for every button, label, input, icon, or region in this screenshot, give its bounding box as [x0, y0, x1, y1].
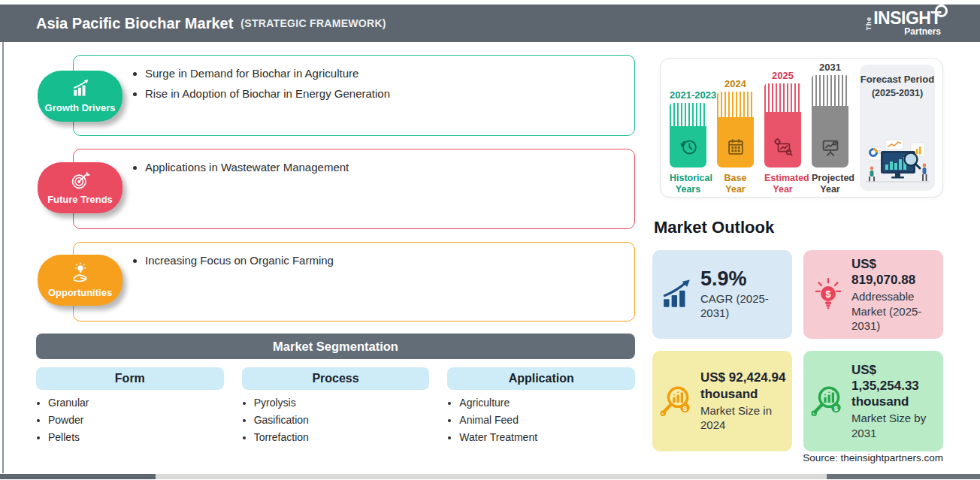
segmentation-title: Market Segmentation	[273, 340, 398, 354]
history-clock-icon	[677, 136, 700, 162]
projection-screen-icon	[819, 136, 842, 162]
form-list: Granular Powder Pellets	[36, 397, 224, 443]
metric-label: Market Size in 2024	[700, 403, 786, 433]
growth-drivers-box: Surge in Demand for Biochar in Agricultu…	[73, 55, 635, 136]
list-item: Animal Feed	[459, 414, 635, 426]
column-header: Process	[242, 367, 430, 390]
segmentation-column-application: Application Agriculture Animal Feed Wate…	[447, 367, 635, 448]
bottom-strip-segment	[156, 474, 827, 479]
base-year-bar	[717, 92, 754, 168]
list-item: Powder	[48, 414, 224, 426]
metric-label: CAGR (2025-2031)	[700, 291, 786, 321]
future-trends-box: Applications in Wastewater Management	[73, 149, 635, 229]
estimated-year-bar	[764, 83, 801, 168]
logo-insight-text: INSIGHT	[873, 10, 941, 27]
source-attribution: Source: theinsightpartners.com	[803, 452, 943, 463]
list-item: Surge in Demand for Biochar in Agricultu…	[145, 67, 634, 80]
year-label: 2025	[764, 70, 801, 81]
timeline-bar-historical: 2021-2023 Historical Years	[670, 62, 706, 195]
logo-the-text: The	[865, 17, 873, 30]
list-item: Granular	[48, 397, 224, 409]
list-item: Pyrolysis	[254, 397, 430, 409]
svg-text:$: $	[683, 404, 688, 412]
outlook-cards: 5.9% CAGR (2025-2031) $	[652, 250, 943, 451]
the-insight-partners-logo: The INSIGHT Partners	[865, 10, 941, 37]
header-bar: Asia Pacific Biochar Market (STRATEGIC F…	[0, 5, 980, 42]
timeline-bar-estimated: 2025 Estimated Year	[764, 62, 801, 195]
left-border-line	[2, 42, 4, 473]
opportunities-list: Increasing Focus on Organic Farming	[74, 243, 634, 267]
hand-bulb-icon	[70, 262, 91, 286]
bar-caption: Base Year	[717, 173, 754, 195]
bar-stripes	[764, 83, 801, 112]
application-list: Agriculture Animal Feed Water Treatment	[447, 397, 635, 443]
market-segmentation-header: Market Segmentation	[36, 334, 635, 359]
badge-label: Opportunities	[48, 287, 112, 298]
bottom-border-strip	[0, 474, 980, 479]
svg-text:$: $	[834, 404, 839, 412]
list-item: Water Treatment	[459, 431, 635, 443]
bar-stripes	[812, 75, 848, 106]
bottom-strip-segment	[827, 474, 980, 479]
forecast-title: Forecast Period	[860, 74, 935, 86]
addressable-market-card: $ US$ 819,070.88 Addressable Market (202…	[803, 250, 943, 339]
bar-stripes	[670, 103, 706, 126]
segmentation-columns: Form Granular Powder Pellets Process Pyr…	[36, 367, 635, 448]
list-item: Torrefaction	[254, 431, 430, 443]
growth-chart-icon	[70, 79, 91, 101]
timeline-bar-base: 2024	[717, 62, 754, 195]
magnifier-chart-dollar-icon: $	[657, 383, 697, 419]
future-trends-badge: Future Trends	[38, 162, 122, 213]
forecast-range: (2025-2031)	[860, 88, 935, 98]
metric-value: US$ 819,070.88	[851, 256, 937, 288]
projected-year-bar	[812, 75, 848, 168]
list-item: Agriculture	[459, 397, 635, 409]
estimation-dashboard-icon	[772, 136, 794, 162]
forecast-period-panel: Forecast Period (2025-2031)	[860, 65, 935, 191]
metric-value: US$ 92,424.94 thousand	[700, 370, 786, 402]
market-outlook-title: Market Outlook	[654, 218, 774, 237]
year-label: 2024	[717, 78, 754, 89]
target-dart-icon	[70, 171, 91, 193]
cagr-card: 5.9% CAGR (2025-2031)	[652, 250, 792, 339]
bar-caption: Estimated Year	[764, 173, 801, 195]
cagr-growth-chart-icon	[657, 279, 697, 310]
bar-caption: Projected Year	[812, 173, 848, 195]
market-size-2024-card: $ US$ 92,424.94 thousand Market Size in …	[652, 351, 792, 451]
opportunities-badge: Opportunities	[38, 255, 122, 306]
year-label: 2031	[812, 62, 848, 73]
research-timeline-card: 2021-2023 Historical Years 2024	[660, 58, 943, 198]
metric-label: Market Size by 2031	[851, 411, 937, 440]
segmentation-column-process: Process Pyrolysis Gasification Torrefact…	[242, 367, 430, 448]
growth-drivers-list: Surge in Demand for Biochar in Agricultu…	[74, 56, 634, 100]
magnifier-ring-icon	[935, 5, 948, 17]
badge-label: Growth Drivers	[45, 102, 116, 113]
page-title: Asia Pacific Biochar Market	[36, 15, 233, 32]
magnifier-chart-dollar-icon: $	[808, 383, 848, 419]
historical-years-bar	[670, 103, 706, 168]
bar-stripes	[717, 92, 754, 117]
analytics-illustration	[863, 138, 932, 188]
process-list: Pyrolysis Gasification Torrefaction	[242, 397, 430, 443]
growth-drivers-badge: Growth Drivers	[38, 71, 122, 122]
list-item: Applications in Wastewater Management	[145, 161, 634, 174]
calendar-icon	[724, 136, 747, 162]
timeline-bars: 2021-2023 Historical Years 2024	[670, 62, 848, 195]
logo-partners-text: Partners	[873, 26, 941, 37]
bottom-strip-segment	[0, 474, 156, 479]
list-item: Pellets	[48, 431, 224, 443]
list-item: Increasing Focus on Organic Farming	[145, 254, 634, 267]
future-trends-list: Applications in Wastewater Management	[74, 149, 634, 174]
market-size-2031-card: $ US$ 1,35,254.33 thousand Market Size b…	[803, 351, 943, 451]
bar-caption: Historical Years	[670, 173, 706, 195]
metric-label: Addressable Market (2025-2031)	[851, 289, 937, 334]
dollar-bulb-icon: $	[808, 277, 848, 312]
timeline-bar-projected: 2031 Projected Year	[812, 62, 848, 195]
page-subtitle: (STRATEGIC FRAMEWORK)	[240, 17, 386, 29]
infographic-canvas: Asia Pacific Biochar Market (STRATEGIC F…	[0, 0, 980, 480]
opportunities-box: Increasing Focus on Organic Farming	[73, 242, 635, 322]
year-label: 2021-2023	[670, 89, 706, 101]
list-item: Gasification	[254, 414, 430, 426]
badge-label: Future Trends	[47, 194, 113, 205]
column-header: Application	[447, 367, 635, 390]
